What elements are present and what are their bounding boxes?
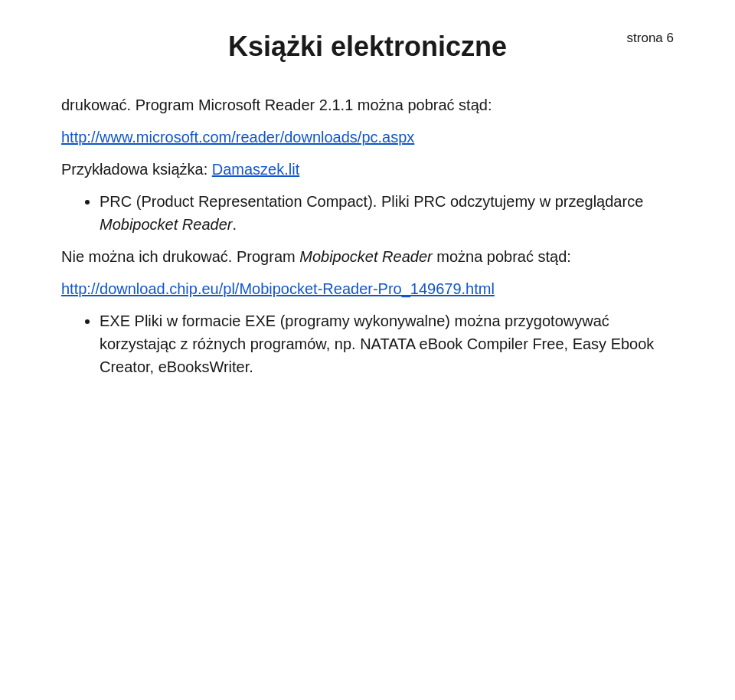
- paragraph-1: drukować. Program Microsoft Reader 2.1.1…: [61, 93, 674, 116]
- paragraph-2: Nie można ich drukować. Program Mobipock…: [61, 245, 674, 268]
- exe-list-item: EXE Pliki w formacie EXE (programy wykon…: [100, 309, 674, 378]
- paragraph-2-text: Nie można ich drukować. Program: [61, 248, 299, 265]
- paragraph-1-text: drukować. Program Microsoft Reader 2.1.1…: [61, 96, 492, 113]
- prc-list-item: PRC (Product Representation Compact). Pl…: [100, 190, 674, 236]
- page: strona 6 Książki elektroniczne drukować.…: [0, 0, 735, 700]
- example-book-prefix: Przykładowa książka:: [61, 161, 212, 178]
- example-book-paragraph: Przykładowa książka: Damaszek.lit: [61, 158, 674, 181]
- page-number: strona 6: [627, 31, 674, 46]
- mobipocket-download-link[interactable]: http://download.chip.eu/pl/Mobipocket-Re…: [61, 280, 495, 297]
- link-2-paragraph: http://download.chip.eu/pl/Mobipocket-Re…: [61, 277, 674, 300]
- page-title: Książki elektroniczne: [61, 31, 674, 63]
- mobipocket-italic-2: Mobipocket Reader: [299, 248, 432, 265]
- formats-list-2: EXE Pliki w formacie EXE (programy wykon…: [100, 309, 674, 378]
- damaszek-link[interactable]: Damaszek.lit: [212, 161, 299, 178]
- content-area: drukować. Program Microsoft Reader 2.1.1…: [61, 93, 674, 378]
- link-1-paragraph: http://www.microsoft.com/reader/download…: [61, 126, 674, 149]
- mobipocket-italic-1: Mobipocket Reader: [100, 216, 232, 233]
- formats-list-1: PRC (Product Representation Compact). Pl…: [100, 190, 674, 236]
- prc-text-prefix: PRC (Product Representation Compact). Pl…: [100, 193, 643, 210]
- paragraph-2-suffix: można pobrać stąd:: [433, 248, 571, 265]
- prc-text-suffix: .: [232, 216, 237, 233]
- microsoft-reader-link[interactable]: http://www.microsoft.com/reader/download…: [61, 129, 414, 146]
- exe-text: EXE Pliki w formacie EXE (programy wykon…: [100, 312, 654, 375]
